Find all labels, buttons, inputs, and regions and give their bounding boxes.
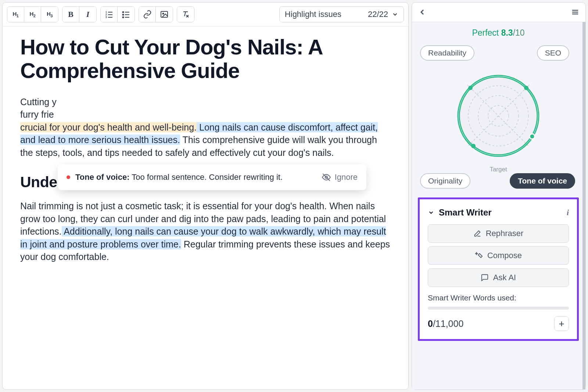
- chevron-left-icon[interactable]: [418, 8, 427, 17]
- radar-chart: Readability SEO Originality Tone of voic…: [418, 41, 579, 177]
- unordered-list-icon: [122, 10, 130, 19]
- tooltip-label: Tone of voice:: [75, 172, 130, 182]
- eye-off-icon: [322, 172, 331, 182]
- unordered-list-button[interactable]: [118, 7, 135, 22]
- svg-point-10: [123, 17, 124, 18]
- issues-count: 22/22: [368, 10, 388, 19]
- svg-rect-12: [161, 11, 168, 17]
- svg-point-13: [163, 13, 164, 14]
- words-used-label: Smart Writer Words used:: [428, 293, 569, 302]
- clear-format-button[interactable]: [177, 7, 194, 22]
- svg-text:2: 2: [105, 13, 107, 16]
- chevron-down-icon: [392, 11, 398, 18]
- score-line: Perfect 8.3/10: [418, 28, 579, 38]
- words-used-value: 0/11,000: [428, 318, 463, 329]
- menu-icon[interactable]: [571, 8, 580, 17]
- list-group: 123: [100, 6, 135, 22]
- h3-button[interactable]: H3: [41, 7, 58, 22]
- svg-text:3: 3: [105, 16, 107, 18]
- svg-point-6: [123, 12, 124, 13]
- svg-point-31: [471, 144, 476, 148]
- paragraph: Nail trimming is not just a cosmetic tas…: [20, 200, 391, 263]
- info-icon[interactable]: i: [567, 208, 569, 217]
- smart-writer-card: Smart Writer i Rephraser Compose Ask AI …: [418, 197, 579, 341]
- issue-tooltip: Tone of voice: Too formal sentence. Cons…: [58, 164, 366, 190]
- tooltip-text: Too formal sentence. Consider rewriting …: [132, 172, 283, 182]
- h2-button[interactable]: H2: [24, 7, 41, 22]
- italic-button[interactable]: I: [79, 7, 96, 22]
- h1-button[interactable]: H1: [7, 7, 24, 22]
- chevron-down-icon: [428, 209, 434, 216]
- pill-tone[interactable]: Tone of voice: [510, 173, 575, 189]
- clear-group: [177, 6, 194, 22]
- pill-seo[interactable]: SEO: [537, 45, 569, 61]
- highlight-orange[interactable]: crucial for your dog's health and well-b…: [20, 122, 197, 132]
- rephraser-button[interactable]: Rephraser: [428, 224, 569, 243]
- svg-point-30: [524, 86, 528, 90]
- target-label: Target: [490, 166, 507, 173]
- doc-title: How to Cut Your Dog's Nails: A Comprehen…: [20, 35, 391, 82]
- dot-icon: [67, 175, 70, 179]
- smart-writer-header[interactable]: Smart Writer i: [428, 207, 569, 218]
- radar-svg: [447, 64, 550, 167]
- format-group: B I: [62, 6, 97, 22]
- add-words-button[interactable]: +: [554, 316, 569, 331]
- editor-pane: H1 H2 H3 B I 123: [2, 2, 409, 390]
- image-button[interactable]: [156, 7, 173, 22]
- edit-icon: [473, 229, 481, 238]
- issues-label: Highlight issues: [285, 10, 341, 19]
- link-button[interactable]: [139, 7, 156, 22]
- ignore-button[interactable]: Ignore: [322, 172, 358, 182]
- bold-button[interactable]: B: [62, 7, 79, 22]
- side-panel: Perfect 8.3/10 Readability SEO Originali…: [412, 2, 586, 390]
- svg-point-32: [530, 134, 535, 139]
- image-icon: [160, 10, 169, 19]
- ordered-list-button[interactable]: 123: [101, 7, 118, 22]
- side-header: [412, 3, 585, 22]
- ask-ai-button[interactable]: Ask AI: [428, 268, 569, 287]
- link-icon: [143, 10, 152, 19]
- toolbar: H1 H2 H3 B I 123: [3, 3, 408, 26]
- pill-readability[interactable]: Readability: [420, 45, 474, 61]
- words-used-bar: [428, 307, 569, 310]
- document[interactable]: How to Cut Your Dog's Nails: A Comprehen…: [3, 26, 408, 274]
- insert-group: [139, 6, 173, 22]
- paragraph: Cutting y furry frie crucial for your do…: [20, 96, 391, 159]
- side-scroll: Perfect 8.3/10 Readability SEO Originali…: [412, 22, 585, 389]
- svg-point-8: [123, 14, 124, 15]
- heading-group: H1 H2 H3: [7, 6, 58, 22]
- svg-text:1: 1: [105, 11, 107, 13]
- pill-originality[interactable]: Originality: [420, 173, 470, 189]
- clear-format-icon: [181, 10, 190, 19]
- compose-button[interactable]: Compose: [428, 246, 569, 265]
- highlight-issues-select[interactable]: Highlight issues 22/22: [279, 6, 404, 22]
- magic-icon: [475, 252, 483, 260]
- chat-icon: [481, 274, 489, 282]
- svg-point-29: [468, 86, 473, 90]
- ordered-list-icon: 123: [105, 10, 114, 19]
